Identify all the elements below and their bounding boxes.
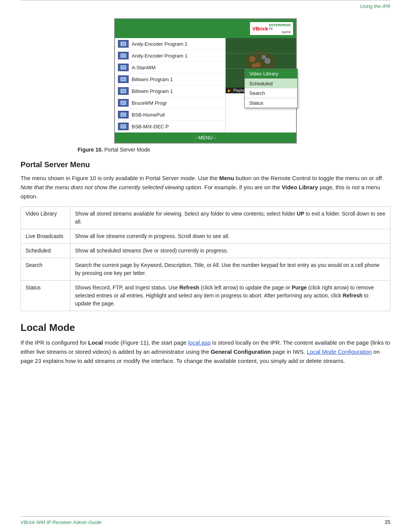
footer-page-number: 35: [384, 519, 390, 525]
local-asp-link[interactable]: local.asp: [188, 339, 210, 346]
channel-label-3: A-StanWM: [132, 65, 156, 70]
playing-status: Playing: [233, 88, 246, 93]
portal-body: Andy-Encoder Program 1 Andy-Encoder Prog…: [115, 38, 296, 133]
channel-item-7[interactable]: BSB-HomePull: [115, 109, 225, 121]
channel-label-6: BruceWM Progr: [132, 100, 167, 106]
desc-video-library: Show all stored streams available for vi…: [70, 207, 390, 229]
lm-text-2: mode (Figure 11), the start page: [103, 339, 188, 346]
intro-italic: Note that the menu does not show the cur…: [21, 184, 203, 190]
table-row-status: Status Shows Record, FTP, and Ingest sta…: [21, 281, 390, 311]
intro-text-2: button on the Remote Control to toggle t…: [234, 175, 383, 181]
channel-label-7: BSB-HomePull: [132, 112, 165, 118]
local-mode-para1: If the IPR is configured for Local mode …: [21, 338, 390, 366]
channel-label-1: Andy-Encoder Program 1: [132, 41, 188, 47]
term-status: Status: [21, 281, 70, 311]
lm-bold-local: Local: [88, 339, 103, 346]
table-row-scheduled: Scheduled Show all scheduled streams (li…: [21, 244, 390, 258]
channel-label-4: Billswm Program 1: [132, 77, 173, 82]
channel-icon-1: [118, 40, 129, 48]
page-header-text: Using the IPR: [360, 3, 390, 9]
context-menu: Video Library Scheduled Search Status: [244, 69, 298, 108]
channel-icon-8: [118, 123, 129, 130]
lm-bold-gc: General Configuration: [210, 348, 271, 355]
portal-server-menu-intro: The menu shown in Figure 10 is only avai…: [21, 174, 390, 201]
table-row-search: Search Search the current page by Keywor…: [21, 258, 390, 281]
channel-item-4[interactable]: Billswm Program 1: [115, 73, 225, 85]
menu-label: - MENU -: [195, 135, 216, 141]
portal-footer: - MENU -: [115, 133, 296, 143]
table-row-video-library: Video Library Show all stored streams av…: [21, 207, 390, 229]
desc-live-broadcasts: Show all live streams currently in progr…: [70, 229, 390, 244]
ctx-status[interactable]: Status: [245, 98, 297, 108]
channel-item-6[interactable]: BruceWM Progr: [115, 97, 225, 109]
intro-bold-menu: Menu: [219, 175, 234, 181]
main-content: VBrick ENTERPRISE TV SUITE Andy-Encoder …: [0, 11, 411, 394]
channel-item-5[interactable]: Billswm Program 1: [115, 85, 225, 97]
logo-vb: VBrick: [252, 26, 268, 32]
vbrick-logo: VBrick ENTERPRISE TV SUITE: [250, 22, 293, 35]
figure-caption-label: Figure 10.: [78, 147, 103, 153]
lm-text-1: If the IPR is configured for: [21, 339, 88, 346]
logo-enterprise: ENTERPRISE: [269, 23, 291, 27]
portal-server-menu-section: Portal Server Menu The menu shown in Fig…: [21, 160, 390, 311]
desc-status: Shows Record, FTP, and Ingest status. Us…: [70, 281, 390, 311]
term-search: Search: [21, 258, 70, 281]
portal-server-menu-title: Portal Server Menu: [21, 160, 390, 169]
figure-caption: Figure 10. Portal Server Mode: [78, 147, 150, 153]
channel-item-3[interactable]: A-StanWM: [115, 62, 225, 73]
local-mode-section: Local Mode If the IPR is configured for …: [21, 322, 390, 366]
channel-label-5: Billswm Program 1: [132, 88, 173, 94]
channel-icon-2: [118, 52, 129, 59]
channel-label-8: BSB-MIX-DEC P: [132, 124, 169, 129]
figure-caption-text: Portal Server Mode: [104, 147, 150, 153]
logo-tv: TV: [269, 27, 291, 30]
local-mode-title: Local Mode: [21, 322, 390, 334]
term-video-library: Video Library: [21, 207, 70, 229]
page-footer: VBrick WM IP Receiver Admin Guide 35: [21, 516, 390, 525]
lm-text-4: page in IWS.: [271, 348, 307, 355]
page-header: Using the IPR: [0, 0, 411, 11]
channel-icon-3: [118, 64, 129, 71]
menu-definition-table: Video Library Show all stored streams av…: [21, 206, 390, 311]
intro-bold-vl: Video Library: [282, 184, 318, 190]
channel-item-2[interactable]: Andy-Encoder Program 1: [115, 50, 225, 62]
intro-text-3: For example, if you are on the: [203, 184, 282, 190]
channel-label-2: Andy-Encoder Program 1: [132, 53, 188, 59]
svg-point-5: [261, 55, 266, 59]
channel-icon-6: [118, 99, 129, 107]
local-mode-config-link[interactable]: Local Mode Configuration: [307, 348, 372, 355]
channel-icon-4: [118, 75, 129, 83]
term-live-broadcasts: Live Broadcasts: [21, 229, 70, 244]
channel-item-8[interactable]: BSB-MIX-DEC P: [115, 121, 225, 133]
channel-item-1[interactable]: Andy-Encoder Program 1: [115, 38, 225, 50]
svg-point-2: [249, 56, 255, 62]
portal-ui-mockup: VBrick ENTERPRISE TV SUITE Andy-Encoder …: [114, 18, 297, 144]
channel-icon-5: [118, 87, 129, 95]
portal-header-bar: VBrick ENTERPRISE TV SUITE: [115, 19, 296, 38]
ctx-video-library[interactable]: Video Library: [245, 69, 297, 78]
play-icon: ▶: [228, 88, 231, 93]
footer-left-text: VBrick WM IP Receiver Admin Guide: [21, 519, 102, 525]
ctx-search[interactable]: Search: [245, 88, 297, 98]
table-row-live-broadcasts: Live Broadcasts Show all live streams cu…: [21, 229, 390, 244]
channel-list: Andy-Encoder Program 1 Andy-Encoder Prog…: [115, 38, 226, 133]
desc-search: Search the current page by Keyword, Desc…: [70, 258, 390, 281]
logo-suite: SUITE: [269, 30, 291, 34]
channel-icon-7: [118, 111, 129, 118]
svg-point-6: [252, 63, 256, 68]
figure-container: VBrick ENTERPRISE TV SUITE Andy-Encoder …: [21, 18, 390, 153]
intro-text-1: The menu shown in Figure 10 is only avai…: [21, 175, 219, 181]
term-scheduled: Scheduled: [21, 244, 70, 258]
svg-point-3: [264, 58, 271, 64]
desc-scheduled: Show all scheduled streams (live or stor…: [70, 244, 390, 258]
ctx-scheduled[interactable]: Scheduled: [245, 78, 297, 88]
